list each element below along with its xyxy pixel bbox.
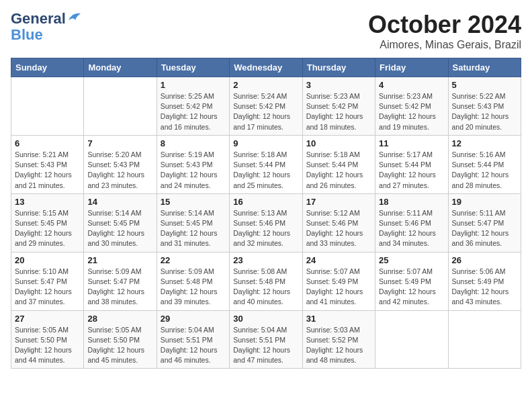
calendar-cell: 2Sunrise: 5:24 AM Sunset: 5:42 PM Daylig… [230,77,302,136]
day-info: Sunrise: 5:24 AM Sunset: 5:42 PM Dayligh… [233,91,298,132]
day-info: Sunrise: 5:11 AM Sunset: 5:47 PM Dayligh… [452,208,517,249]
calendar-cell: 31Sunrise: 5:03 AM Sunset: 5:52 PM Dayli… [302,310,375,369]
calendar-cell: 6Sunrise: 5:21 AM Sunset: 5:43 PM Daylig… [11,135,84,193]
calendar-cell: 9Sunrise: 5:18 AM Sunset: 5:44 PM Daylig… [230,135,302,193]
calendar-table: SundayMondayTuesdayWednesdayThursdayFrid… [11,58,521,369]
calendar-cell: 16Sunrise: 5:13 AM Sunset: 5:46 PM Dayli… [230,193,302,252]
day-info: Sunrise: 5:14 AM Sunset: 5:45 PM Dayligh… [161,208,226,249]
day-number: 29 [161,314,226,324]
calendar-cell: 28Sunrise: 5:05 AM Sunset: 5:50 PM Dayli… [84,310,157,369]
day-number: 10 [306,138,371,148]
day-number: 7 [87,138,152,148]
weekday-header-thursday: Thursday [302,58,375,77]
day-info: Sunrise: 5:04 AM Sunset: 5:51 PM Dayligh… [161,325,226,366]
calendar-cell: 21Sunrise: 5:09 AM Sunset: 5:47 PM Dayli… [84,252,157,310]
logo: General Blue [11,11,82,43]
weekday-header-sunday: Sunday [11,58,84,77]
calendar-cell: 11Sunrise: 5:17 AM Sunset: 5:44 PM Dayli… [375,135,448,193]
day-number: 1 [161,80,226,90]
calendar-cell [448,310,521,369]
day-info: Sunrise: 5:11 AM Sunset: 5:46 PM Dayligh… [379,208,444,249]
day-info: Sunrise: 5:25 AM Sunset: 5:42 PM Dayligh… [161,91,226,132]
day-info: Sunrise: 5:06 AM Sunset: 5:49 PM Dayligh… [452,267,517,308]
calendar-cell: 22Sunrise: 5:09 AM Sunset: 5:48 PM Dayli… [157,252,229,310]
day-info: Sunrise: 5:09 AM Sunset: 5:47 PM Dayligh… [87,267,152,308]
calendar-cell: 10Sunrise: 5:18 AM Sunset: 5:44 PM Dayli… [302,135,375,193]
day-number: 12 [452,138,517,148]
day-number: 4 [379,80,444,90]
day-number: 11 [379,138,444,148]
day-number: 9 [233,138,298,148]
page-header: General Blue October 2024 Aimores, Minas… [11,11,521,51]
calendar-cell [11,77,84,136]
calendar-header-row: SundayMondayTuesdayWednesdayThursdayFrid… [11,58,521,77]
calendar-cell: 27Sunrise: 5:05 AM Sunset: 5:50 PM Dayli… [11,310,84,369]
day-info: Sunrise: 5:23 AM Sunset: 5:42 PM Dayligh… [379,91,444,132]
day-info: Sunrise: 5:10 AM Sunset: 5:47 PM Dayligh… [15,267,80,308]
day-info: Sunrise: 5:20 AM Sunset: 5:43 PM Dayligh… [87,150,152,191]
day-number: 17 [306,197,371,207]
day-number: 16 [233,197,298,207]
month-title: October 2024 [368,11,521,39]
calendar-week-3: 13Sunrise: 5:15 AM Sunset: 5:45 PM Dayli… [11,193,521,252]
day-number: 19 [452,197,517,207]
calendar-cell: 26Sunrise: 5:06 AM Sunset: 5:49 PM Dayli… [448,252,521,310]
calendar-cell [375,310,448,369]
day-number: 2 [233,80,298,90]
weekday-header-tuesday: Tuesday [157,58,229,77]
location: Aimores, Minas Gerais, Brazil [368,39,521,51]
day-number: 14 [87,197,152,207]
day-info: Sunrise: 5:18 AM Sunset: 5:44 PM Dayligh… [233,150,298,191]
calendar-cell: 19Sunrise: 5:11 AM Sunset: 5:47 PM Dayli… [448,193,521,252]
day-info: Sunrise: 5:23 AM Sunset: 5:42 PM Dayligh… [306,91,371,132]
calendar-cell: 14Sunrise: 5:14 AM Sunset: 5:45 PM Dayli… [84,193,157,252]
day-number: 13 [15,197,80,207]
day-number: 30 [233,314,298,324]
day-number: 3 [306,80,371,90]
calendar-cell: 25Sunrise: 5:07 AM Sunset: 5:49 PM Dayli… [375,252,448,310]
calendar-cell: 18Sunrise: 5:11 AM Sunset: 5:46 PM Dayli… [375,193,448,252]
day-info: Sunrise: 5:03 AM Sunset: 5:52 PM Dayligh… [306,325,371,366]
day-info: Sunrise: 5:07 AM Sunset: 5:49 PM Dayligh… [306,267,371,308]
day-info: Sunrise: 5:13 AM Sunset: 5:46 PM Dayligh… [233,208,298,249]
day-number: 31 [306,314,371,324]
calendar-cell: 30Sunrise: 5:04 AM Sunset: 5:51 PM Dayli… [230,310,302,369]
title-block: October 2024 Aimores, Minas Gerais, Braz… [368,11,521,51]
day-number: 20 [15,255,80,265]
calendar-cell: 15Sunrise: 5:14 AM Sunset: 5:45 PM Dayli… [157,193,229,252]
day-info: Sunrise: 5:15 AM Sunset: 5:45 PM Dayligh… [15,208,80,249]
day-info: Sunrise: 5:22 AM Sunset: 5:43 PM Dayligh… [452,91,517,132]
day-info: Sunrise: 5:18 AM Sunset: 5:44 PM Dayligh… [306,150,371,191]
calendar-cell: 12Sunrise: 5:16 AM Sunset: 5:44 PM Dayli… [448,135,521,193]
calendar-cell: 24Sunrise: 5:07 AM Sunset: 5:49 PM Dayli… [302,252,375,310]
day-number: 21 [87,255,152,265]
logo-bird-icon [67,11,82,24]
calendar-week-1: 1Sunrise: 5:25 AM Sunset: 5:42 PM Daylig… [11,77,521,136]
calendar-cell [84,77,157,136]
calendar-week-2: 6Sunrise: 5:21 AM Sunset: 5:43 PM Daylig… [11,135,521,193]
calendar-cell: 1Sunrise: 5:25 AM Sunset: 5:42 PM Daylig… [157,77,229,136]
calendar-cell: 3Sunrise: 5:23 AM Sunset: 5:42 PM Daylig… [302,77,375,136]
day-number: 5 [452,80,517,90]
weekday-header-monday: Monday [84,58,157,77]
weekday-header-wednesday: Wednesday [230,58,302,77]
calendar-cell: 8Sunrise: 5:19 AM Sunset: 5:43 PM Daylig… [157,135,229,193]
calendar-cell: 7Sunrise: 5:20 AM Sunset: 5:43 PM Daylig… [84,135,157,193]
day-info: Sunrise: 5:12 AM Sunset: 5:46 PM Dayligh… [306,208,371,249]
day-info: Sunrise: 5:16 AM Sunset: 5:44 PM Dayligh… [452,150,517,191]
day-number: 22 [161,255,226,265]
day-number: 25 [379,255,444,265]
calendar-week-4: 20Sunrise: 5:10 AM Sunset: 5:47 PM Dayli… [11,252,521,310]
logo-text: General Blue [11,11,66,43]
day-number: 26 [452,255,517,265]
day-info: Sunrise: 5:17 AM Sunset: 5:44 PM Dayligh… [379,150,444,191]
day-info: Sunrise: 5:21 AM Sunset: 5:43 PM Dayligh… [15,150,80,191]
calendar-cell: 13Sunrise: 5:15 AM Sunset: 5:45 PM Dayli… [11,193,84,252]
day-number: 15 [161,197,226,207]
day-info: Sunrise: 5:05 AM Sunset: 5:50 PM Dayligh… [87,325,152,366]
day-number: 24 [306,255,371,265]
day-number: 6 [15,138,80,148]
calendar-cell: 5Sunrise: 5:22 AM Sunset: 5:43 PM Daylig… [448,77,521,136]
day-number: 18 [379,197,444,207]
day-info: Sunrise: 5:19 AM Sunset: 5:43 PM Dayligh… [161,150,226,191]
